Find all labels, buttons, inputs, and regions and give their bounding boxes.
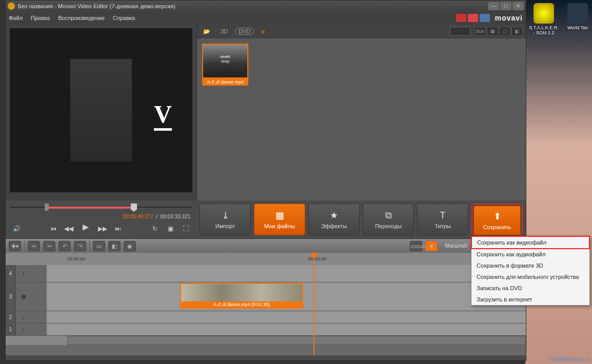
menu-help[interactable]: Справка bbox=[113, 15, 135, 21]
track-lane[interactable] bbox=[47, 323, 526, 335]
seek-bar[interactable] bbox=[9, 203, 193, 213]
preview-panel: V bbox=[6, 24, 196, 200]
track-type-audio-icon[interactable]: ♪ bbox=[16, 323, 31, 335]
tank-icon bbox=[567, 3, 588, 24]
cut-button[interactable]: ✂ bbox=[28, 241, 40, 251]
zoom-label: Масштаб: bbox=[445, 243, 468, 249]
record-button[interactable]: ◉ bbox=[124, 241, 136, 251]
menu-file[interactable]: Файл bbox=[9, 15, 23, 21]
track-number: 4 bbox=[6, 265, 16, 282]
close-button[interactable]: ✕ bbox=[512, 2, 524, 10]
timeline-toolbar: ✚▾ ✂ ✂ ↶ ↷ ▭ ◧ ◉ ▭▭▭ ▼ Масштаб: ⊡ bbox=[6, 238, 526, 253]
titlebar[interactable]: Без названия - Movavi Video Editor (7-дн… bbox=[6, 1, 526, 12]
track-lane[interactable] bbox=[47, 265, 526, 282]
track-4: 4 T bbox=[6, 265, 526, 282]
upload-item[interactable]: Загрузить в интернет bbox=[471, 294, 589, 305]
track-2: 2 ♪ bbox=[6, 311, 526, 323]
save-icon: ⬆ bbox=[494, 211, 501, 222]
preview-canvas[interactable]: V bbox=[10, 28, 192, 192]
dvd-button[interactable]: DVD bbox=[235, 28, 254, 35]
next-frame-button[interactable]: ⏭ bbox=[112, 223, 124, 234]
filter-audio-icon[interactable]: ◧ bbox=[511, 27, 523, 36]
track-type-audio-icon[interactable]: ♪ bbox=[16, 311, 31, 323]
tab-effects[interactable]: ★ Эффекты bbox=[308, 204, 360, 235]
tab-titles[interactable]: T Титры bbox=[417, 204, 468, 235]
files-icon: ▦ bbox=[275, 210, 284, 221]
clip-filename: A-Z of dance.mp4 bbox=[202, 78, 248, 86]
tab-save[interactable]: ⬆ Сохранить bbox=[473, 206, 521, 235]
tab-import[interactable]: ⤓ Импорт bbox=[200, 204, 251, 235]
save-mobile-item[interactable]: Сохранить для мобильного устройства bbox=[471, 271, 589, 282]
app-window: Без названия - Movavi Video Editor (7-дн… bbox=[5, 0, 526, 361]
youtube-icon[interactable] bbox=[456, 14, 466, 22]
step-back-button[interactable]: ◀◀ bbox=[63, 223, 74, 234]
desktop-icon-stalker[interactable]: S.T.A.L.K.E.R. - SGM 2.2 bbox=[528, 3, 559, 35]
in-marker[interactable] bbox=[45, 204, 49, 211]
maximize-button[interactable]: □ bbox=[500, 2, 511, 10]
3d-button[interactable]: 3D bbox=[218, 27, 231, 35]
media-panel: 📂 3D DVD ⱷ Все ▦ ▢ ◧ A-Z of dance.mp4 bbox=[196, 24, 526, 200]
track-type-video-icon[interactable]: ▦ bbox=[16, 282, 31, 311]
seek-handle[interactable] bbox=[131, 204, 137, 212]
browse-button[interactable]: 📂 bbox=[200, 27, 213, 36]
controls-row: 00:00:49.277 / 00:03:33.321 🔊 ⏮ ◀◀ ▶ ▶▶ … bbox=[6, 200, 526, 238]
save-3d-item[interactable]: Сохранить в формате 3D bbox=[471, 260, 589, 271]
redo-button[interactable]: ↷ bbox=[74, 241, 86, 251]
add-track-button[interactable]: ✚▾ bbox=[9, 241, 21, 251]
tab-label: Импорт bbox=[215, 223, 235, 229]
timeline-ruler[interactable]: 00:00:00 00:03:00 bbox=[6, 253, 526, 265]
view-mode-dropdown[interactable] bbox=[450, 27, 470, 36]
desktop-icon-label: World Tan bbox=[567, 25, 588, 30]
media-bin[interactable]: A-Z of dance.mp4 bbox=[197, 38, 526, 200]
split-button[interactable]: ✂ bbox=[43, 241, 55, 251]
track-lane[interactable] bbox=[47, 311, 526, 323]
volume-button[interactable]: 🔊 bbox=[11, 223, 22, 234]
track-type-title-icon[interactable]: T bbox=[16, 265, 31, 282]
properties-button[interactable]: ▭ bbox=[93, 241, 105, 251]
play-button[interactable]: ▶ bbox=[78, 221, 93, 236]
time-current: 00:00:49.277 bbox=[123, 214, 153, 219]
googleplus-icon[interactable] bbox=[468, 14, 478, 22]
step-forward-button[interactable]: ▶▶ bbox=[97, 223, 108, 234]
undo-button[interactable]: ↶ bbox=[58, 241, 71, 251]
track-number: 2 bbox=[6, 311, 16, 323]
fullscreen-button[interactable]: ⛶ bbox=[180, 223, 191, 234]
tab-my-files[interactable]: ▦ Мои файлы bbox=[254, 204, 305, 235]
save-highlight: ⬆ Сохранить bbox=[471, 204, 523, 235]
save-as-audio-item[interactable]: Сохранить как аудиофайл bbox=[471, 249, 589, 260]
playhead[interactable] bbox=[313, 253, 314, 355]
filter-all[interactable]: Все bbox=[475, 27, 486, 36]
loop-button[interactable]: ↻ bbox=[149, 223, 161, 234]
crop-tool-button[interactable]: ◧ bbox=[108, 241, 121, 251]
effects-icon[interactable]: ⱷ bbox=[258, 27, 268, 36]
clip-label: A-Z of dance.mp4 (0:01:35) bbox=[181, 301, 302, 308]
track-lane[interactable]: A-Z of dance.mp4 (0:01:35) bbox=[47, 282, 526, 311]
burn-dvd-item[interactable]: Записать на DVD bbox=[471, 282, 589, 294]
vk-icon[interactable] bbox=[480, 14, 490, 22]
menu-playback[interactable]: Воспроизведение bbox=[58, 15, 105, 21]
save-as-video-item[interactable]: Сохранить как видеофайл bbox=[471, 236, 590, 249]
save-dropdown-menu: Сохранить как видеофайл Сохранить как ау… bbox=[471, 236, 590, 306]
ruler-tick: 00:00:00 bbox=[67, 256, 85, 261]
filter-video-icon[interactable]: ▦ bbox=[487, 27, 498, 36]
time-total: 00:03:33.321 bbox=[161, 214, 190, 219]
track-controls[interactable] bbox=[31, 323, 47, 335]
timeline-view-button[interactable]: ▼ bbox=[425, 241, 438, 251]
brand-logo: movavi bbox=[495, 14, 523, 22]
desktop-icon-wot[interactable]: World Tan bbox=[562, 3, 592, 30]
track-controls[interactable] bbox=[31, 282, 47, 311]
tab-transitions[interactable]: ⧉ Переходы bbox=[363, 204, 414, 235]
minimize-button[interactable]: — bbox=[488, 2, 499, 10]
media-filters: Все ▦ ▢ ◧ bbox=[475, 27, 523, 36]
track-controls[interactable] bbox=[31, 265, 47, 282]
menubar: Файл Правка Воспроизведение Справка mova… bbox=[6, 12, 526, 24]
horizontal-scrollbar[interactable] bbox=[67, 336, 526, 345]
prev-frame-button[interactable]: ⏮ bbox=[48, 223, 59, 234]
storyboard-button[interactable]: ▭▭▭ bbox=[410, 241, 422, 251]
menu-edit[interactable]: Правка bbox=[31, 15, 50, 21]
media-clip[interactable]: A-Z of dance.mp4 bbox=[202, 44, 248, 86]
track-controls[interactable] bbox=[31, 311, 47, 323]
filter-image-icon[interactable]: ▢ bbox=[499, 27, 510, 36]
video-clip[interactable]: A-Z of dance.mp4 (0:01:35) bbox=[180, 283, 303, 309]
crop-button[interactable]: ▣ bbox=[165, 223, 176, 234]
